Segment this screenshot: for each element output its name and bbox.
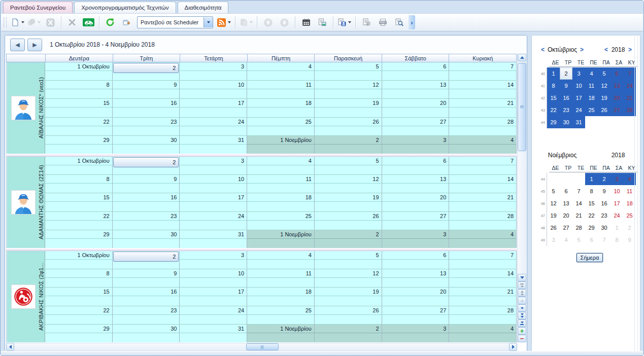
layout-button[interactable] xyxy=(315,16,330,29)
day-cell[interactable]: 18 xyxy=(247,193,315,211)
mini-day-cell[interactable]: 7 xyxy=(598,234,611,246)
day-cell[interactable]: 28 xyxy=(449,118,517,135)
day-cell[interactable]: 27 xyxy=(382,306,450,324)
day-cell[interactable]: 27 xyxy=(382,118,450,135)
mini-day-cell[interactable]: 5 xyxy=(547,185,560,197)
mini-day-cell[interactable]: 18 xyxy=(585,92,598,104)
day-cell[interactable]: 24 xyxy=(180,212,247,230)
mini-day-cell[interactable]: 21 xyxy=(623,92,636,104)
mini-day-cell[interactable]: 9 xyxy=(560,80,572,92)
calendar-button[interactable] xyxy=(298,16,314,29)
mini-day-cell[interactable]: 11 xyxy=(585,80,598,92)
horizontal-scroll-thumb[interactable] xyxy=(246,343,279,350)
mini-day-cell[interactable]: 24 xyxy=(572,104,585,116)
technician-label[interactable]: ΑΪΒΑΛΗΣ ΝΙΚΟΣ* (νεο1) xyxy=(6,62,45,154)
day-cell[interactable]: 3 xyxy=(382,230,450,248)
day-cell[interactable]: 5 xyxy=(315,251,382,269)
day-cell[interactable]: 20 xyxy=(382,193,450,211)
day-cell[interactable]: 30 xyxy=(113,230,180,248)
feed-button[interactable] xyxy=(216,16,232,29)
mini-day-cell[interactable]: 20 xyxy=(611,92,623,104)
new-appointment-button[interactable] xyxy=(10,16,25,29)
mini-day-cell[interactable]: 3 xyxy=(611,173,623,185)
day-cell[interactable]: 14 xyxy=(449,175,517,193)
feed-caret-icon[interactable] xyxy=(228,21,231,23)
toolbar-overflow-button[interactable]: › xyxy=(409,15,415,29)
day-cell[interactable]: 23 xyxy=(113,306,180,324)
mini-day-cell[interactable]: 26 xyxy=(598,104,611,116)
day-cell[interactable]: 12 xyxy=(315,269,382,287)
new-appointment-caret-icon[interactable] xyxy=(21,21,24,23)
day-cell[interactable]: 31 xyxy=(180,230,247,248)
day-cell[interactable]: 8 xyxy=(45,175,113,193)
mini-day-cell[interactable]: 16 xyxy=(598,197,611,209)
save-button[interactable] xyxy=(336,16,352,29)
day-cell[interactable]: 3 xyxy=(180,157,247,174)
mini-day-cell[interactable]: 1 xyxy=(547,67,560,80)
day-cell[interactable]: 15 xyxy=(45,193,113,211)
day-cell[interactable]: 26 xyxy=(315,306,382,324)
day-cell[interactable]: 3 xyxy=(180,62,247,80)
day-cell[interactable]: 2 xyxy=(315,325,382,342)
mini-day-cell[interactable]: 28 xyxy=(572,222,585,234)
mini-day-cell[interactable]: 24 xyxy=(611,209,623,222)
day-cell[interactable]: 1 Νοεμβρίου xyxy=(247,136,315,154)
day-cell[interactable]: 6 xyxy=(382,157,450,174)
print-button[interactable] xyxy=(375,16,390,29)
day-cell[interactable]: 25 xyxy=(247,306,315,324)
mini-day-cell[interactable]: 27 xyxy=(560,222,572,234)
day-cell[interactable]: 7 xyxy=(449,62,517,80)
day-cell[interactable]: 2 xyxy=(315,136,382,154)
mini-day-cell[interactable]: 9 xyxy=(598,185,611,197)
day-cell[interactable]: 1 Οκτωβρίου xyxy=(45,157,113,174)
toolbar-grip[interactable] xyxy=(4,17,7,27)
day-cell[interactable]: 13 xyxy=(382,81,450,98)
tab-diathesimotita[interactable]: Διαθεσιμότητα xyxy=(178,2,229,13)
prev-period-button[interactable]: ◀ xyxy=(10,39,25,51)
day-cell[interactable]: 23 xyxy=(113,118,180,135)
mini-day-cell[interactable]: 25 xyxy=(623,209,636,222)
scroll-up-button[interactable] xyxy=(518,54,526,61)
day-cell[interactable]: 28 xyxy=(449,212,517,230)
row-down-button[interactable] xyxy=(518,304,526,312)
mini-day-cell[interactable]: 23 xyxy=(560,104,572,116)
view-selector-combobox[interactable]: Ραντεβού σε Scheduler xyxy=(137,16,213,28)
mini-day-cell[interactable]: 8 xyxy=(547,80,560,92)
technician-label[interactable]: ΑΔΑΜΑΝΤΗΣ ΘΩΜΑΣ (2Σ14) xyxy=(6,157,45,248)
mini-day-cell[interactable]: 2 xyxy=(623,222,636,234)
day-cell[interactable]: 19 xyxy=(315,99,382,117)
day-cell[interactable]: 24 xyxy=(180,118,247,135)
vertical-scroll-track[interactable] xyxy=(518,61,526,274)
print-preview-button[interactable] xyxy=(391,16,406,29)
day-cell[interactable]: 2 xyxy=(113,62,180,80)
day-cell[interactable]: 1 Οκτωβρίου xyxy=(45,251,113,269)
day-cell[interactable]: 29 xyxy=(45,230,113,248)
day-cell[interactable]: 8 xyxy=(45,81,113,98)
day-cell[interactable]: 3 xyxy=(382,325,450,342)
day-cell[interactable]: 10 xyxy=(180,175,247,193)
vertical-scroll-thumb[interactable] xyxy=(518,63,526,151)
vertical-scrollbar[interactable]: + − xyxy=(517,54,526,342)
mini-day-cell[interactable]: 13 xyxy=(560,197,572,209)
mini-day-cell[interactable]: 13 xyxy=(611,80,623,92)
scroll-right-button[interactable] xyxy=(509,343,517,351)
mini-day-cell[interactable]: 25 xyxy=(585,104,598,116)
mini-day-cell[interactable]: 16 xyxy=(560,92,572,104)
day-cell[interactable]: 14 xyxy=(449,81,517,98)
day-cell[interactable]: 28 xyxy=(449,306,517,324)
day-cell[interactable]: 13 xyxy=(382,269,450,287)
day-cell[interactable]: 25 xyxy=(247,212,315,230)
mini-day-cell[interactable]: 22 xyxy=(547,104,560,116)
day-cell[interactable]: 22 xyxy=(45,306,113,324)
mini-day-cell[interactable]: 10 xyxy=(611,185,623,197)
day-cell[interactable]: 1 Νοεμβρίου xyxy=(247,230,315,248)
day-cell[interactable]: 4 xyxy=(247,157,315,174)
prev-year-icon[interactable]: < xyxy=(603,46,609,53)
mini-day-cell[interactable]: 7 xyxy=(623,67,636,80)
scroll-left-button[interactable] xyxy=(6,343,14,351)
day-cell[interactable]: 26 xyxy=(315,118,382,135)
day-cell[interactable]: 23 xyxy=(113,212,180,230)
prev-month-icon[interactable]: < xyxy=(540,46,546,53)
day-cell[interactable]: 5 xyxy=(315,62,382,80)
day-cell[interactable]: 30 xyxy=(113,136,180,154)
